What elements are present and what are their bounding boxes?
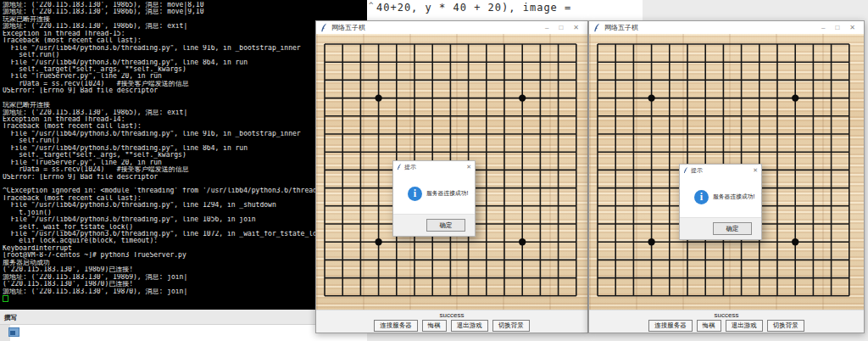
terminal-line: 源地址: ('220.115.183.130', 19865), 消息: mov… [3,2,367,8]
minimize-button[interactable]: – [821,24,825,32]
game-window-left: 网络五子棋 – □ ✕ success 连接服务器悔棋退出游戏切换背景 提示 ✕… [315,20,588,333]
terminal-line: ('220.115.183.130', 19870)已连接! [3,281,367,288]
terminal-line: File "/usr/lib64/python3.6/threading.py"… [3,131,367,137]
titlebar[interactable]: 网络五子棋 – □ ✕ [589,21,864,34]
window-title: 网络五子棋 [331,23,365,32]
terminal-line: 玩家已断开连接 [3,16,367,23]
terminal-line [3,95,367,102]
close-button[interactable]: ✕ [573,24,579,32]
terminal-cursor [3,295,8,302]
dialog-title: 提示 [404,163,416,171]
terminal-line: File "/usr/lib64/python3.6/threading.py"… [3,216,367,223]
control-bar: success 连接服务器悔棋退出游戏切换背景 [589,310,864,333]
exit-game-button[interactable]: 退出游戏 [451,320,488,332]
terminal-line: Traceback (most recent call last): [3,37,367,44]
terminal-line: File "/usr/lib64/python3.6/threading.py"… [3,145,367,152]
python-app-icon [397,163,402,170]
maximize-button[interactable]: □ [835,24,839,32]
maximize-button[interactable]: □ [559,24,563,32]
ok-button[interactable]: 确定 [713,222,752,235]
terminal-line: self.run() [3,52,367,59]
dialog-titlebar[interactable]: 提示 ✕ [393,161,475,172]
terminal-line: 源地址: ('220.115.183.130', 19869), 消息: joi… [3,274,367,281]
dialog-footer: 确定 [393,214,475,236]
terminal-line: KeyboardInterrupt [3,245,367,252]
terminal-line [3,181,367,187]
terminal-line: File "TrueServer.py", line 20, in run [3,159,367,166]
terminal-line: 源地址: ('220.115.183.130', 19866), 消息: mov… [3,8,367,15]
editor-code-text: 40+20, y * 40 + 20), image = [376,2,571,14]
terminal-line: rData = ss.recv(1024) #接受客户端发送的信息 [3,166,367,173]
exit-game-button[interactable]: 退出游戏 [726,320,763,332]
terminal-line: elif lock.acquire(block, timeout): [3,238,367,244]
terminal-line: File "/usr/lib64/python3.6/threading.py"… [3,59,367,66]
terminal-line: 服务器启动成功 [3,260,367,266]
dialog-body: i 服务器连接成功! [393,172,475,215]
star-point [375,94,381,101]
minimize-button[interactable]: – [545,24,548,32]
connect-server-button[interactable]: 连接服务器 [374,320,418,332]
code-editor-strip: ^ 40+20, y * 40 + 20), image = [367,0,643,21]
terminal-line: File "/usr/lib64/python3.6/threading.py"… [3,45,367,52]
star-point [519,238,526,245]
connect-server-button[interactable]: 连接服务器 [648,320,693,332]
game-button-row: 连接服务器悔棋退出游戏切换背景 [316,320,587,332]
terminal-line: Exception in thread Thread-15: [3,31,367,37]
terminal-line: self._target(*self._args, **self._kwargs… [3,152,367,159]
switch-background-button[interactable]: 切换背景 [492,320,530,332]
terminal-line: ^CException ignored in: <module 'threadi… [3,187,367,194]
star-point [519,94,526,101]
terminal-line: Exception in thread Thread-14: [3,116,367,123]
dialog-titlebar[interactable]: 提示 ✕ [680,165,761,176]
terminal-line: self._wait_for_tstate_lock() [3,224,367,231]
terminal-line: File "/usr/lib64/python3.6/threading.py"… [3,231,367,238]
star-point [792,94,798,101]
titlebar[interactable]: 网络五子棋 – □ ✕ [316,21,587,34]
terminal-line: Traceback (most recent call last): [3,123,367,130]
compose-bar: 撰写 [0,310,367,325]
dialog-body: i 服务器连接成功! [680,176,761,218]
terminal-line: [root@VM-8-7-centos ~]# python3 TrueServ… [3,252,367,259]
python-app-icon [320,23,327,32]
terminal-line: OSError: [Errno 9] Bad file descriptor [3,174,367,181]
status-text: success [589,311,864,319]
terminal-line: t.join() [3,210,367,216]
terminal-line: ('220.115.183.130', 19869)已连接! [3,266,367,273]
info-icon: i [694,190,709,204]
star-point [648,94,654,101]
close-button[interactable]: ✕ [849,24,855,32]
python-app-icon [683,166,688,174]
dialog-close-icon[interactable]: ✕ [753,167,758,174]
window-title: 网络五子棋 [604,23,638,32]
terminal-line: File "TrueServer.py", line 20, in run [3,73,367,80]
message-dialog: 提示 ✕ i 服务器连接成功! 确定 [679,164,762,240]
compose-body [0,325,367,341]
undo-move-button[interactable]: 悔棋 [697,320,721,332]
terminal-line: Traceback (most recent call last): [3,195,367,202]
game-window-right: 网络五子棋 – □ ✕ success 连接服务器悔棋退出游戏切换背景 提示 ✕… [588,20,865,333]
dialog-close-icon[interactable]: ✕ [466,164,471,170]
editor-caret: ^ [369,1,373,9]
terminal-line: rData = ss.recv(1024) #接受客户端发送的信息 [3,81,367,87]
message-dialog: 提示 ✕ i 服务器连接成功! 确定 [392,160,476,237]
ok-button[interactable]: 确定 [426,219,465,232]
switch-background-button[interactable]: 切换背景 [767,320,804,332]
star-point [648,238,654,245]
game-button-row: 连接服务器悔棋退出游戏切换背景 [589,320,864,332]
terminal-line: 玩家已断开连接 [3,102,367,109]
attachment-icon[interactable] [8,327,19,337]
terminal-line: OSError: [Errno 9] Bad file descriptor [3,87,367,94]
dialog-footer: 确定 [680,217,761,239]
dialog-title: 提示 [691,166,703,175]
info-icon: i [408,187,422,201]
control-bar: success 连接服务器悔棋退出游戏切换背景 [316,310,587,333]
dialog-message: 服务器连接成功! [426,189,468,198]
terminal-line: self._target(*self._args, **self._kwargs… [3,66,367,73]
status-text: success [316,311,587,319]
undo-move-button[interactable]: 悔棋 [422,320,447,332]
terminal-window[interactable]: 源地址: ('220.115.183.130', 19865), 消息: mov… [0,0,367,310]
terminal-output: 源地址: ('220.115.183.130', 19865), 消息: mov… [3,2,367,302]
terminal-line: self.run() [3,137,367,144]
terminal-line: 源地址: ('220.115.183.130', 19865), 消息: exi… [3,109,367,116]
python-app-icon [593,23,600,32]
